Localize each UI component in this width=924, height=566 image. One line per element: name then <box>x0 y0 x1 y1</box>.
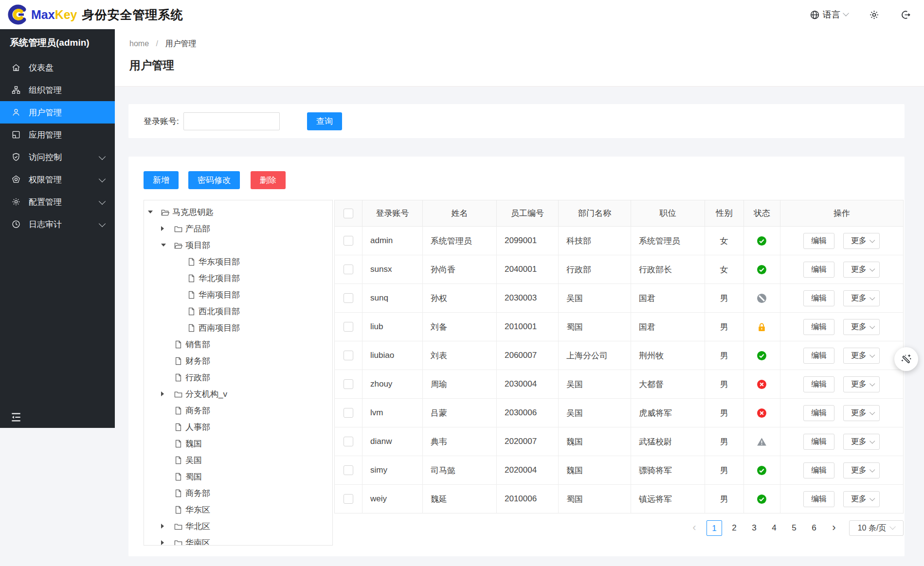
tree-node[interactable]: 财务部 <box>144 353 332 369</box>
row-checkbox[interactable] <box>344 379 353 389</box>
row-checkbox[interactable] <box>344 265 353 274</box>
page-button-1[interactable]: 1 <box>707 520 722 536</box>
row-checkbox[interactable] <box>344 494 353 504</box>
tree-node[interactable]: 蜀国 <box>144 468 332 485</box>
tree-node[interactable]: 华南项目部 <box>144 286 332 303</box>
sidebar-item-label: 用户管理 <box>29 107 62 118</box>
row-checkbox[interactable] <box>344 465 353 475</box>
edit-button[interactable]: 编辑 <box>803 319 834 335</box>
edit-button[interactable]: 编辑 <box>803 290 834 306</box>
cell-gender: 女 <box>705 227 744 255</box>
theme-wand-fab[interactable] <box>894 347 918 371</box>
caret-right-icon <box>161 540 164 545</box>
page-button-3[interactable]: 3 <box>746 520 762 536</box>
sidebar-item-audit[interactable]: 日志审计 <box>0 213 115 235</box>
language-menu[interactable]: 语言 <box>809 9 848 20</box>
permission-icon <box>11 175 21 184</box>
cell-login: sunq <box>362 284 423 313</box>
cell-position: 系统管理员 <box>631 227 705 255</box>
tree-node[interactable]: 西北项目部 <box>144 303 332 319</box>
more-button[interactable]: 更多 <box>843 348 880 364</box>
tree-node[interactable]: 吴国 <box>144 452 332 468</box>
previous-page-button[interactable]: ‹ <box>687 520 702 536</box>
page-button-5[interactable]: 5 <box>786 520 802 536</box>
maxkey-logo-icon <box>7 4 28 25</box>
tree-node[interactable]: 华北区 <box>144 518 332 534</box>
row-checkbox[interactable] <box>344 351 353 360</box>
tree-node[interactable]: 西南项目部 <box>144 319 332 336</box>
tree-node-label: 销售部 <box>185 339 210 350</box>
cell-position: 大都督 <box>631 370 705 399</box>
edit-button[interactable]: 编辑 <box>803 376 834 392</box>
settings-button[interactable] <box>869 9 880 20</box>
page-size-select[interactable]: 10 条/页 <box>849 520 904 536</box>
tree-node[interactable]: 魏国 <box>144 435 332 452</box>
file-icon <box>174 489 183 498</box>
breadcrumb-home-link[interactable]: home <box>129 39 149 48</box>
more-button[interactable]: 更多 <box>843 262 880 278</box>
cell-department: 蜀国 <box>559 313 631 341</box>
sidebar-item-org[interactable]: 组织管理 <box>0 79 115 101</box>
tree-node[interactable]: 项目部 <box>144 237 332 253</box>
tree-node[interactable]: 销售部 <box>144 336 332 353</box>
tree-node[interactable]: 华南区 <box>144 534 332 546</box>
edit-button[interactable]: 编辑 <box>803 233 834 249</box>
more-button[interactable]: 更多 <box>843 491 880 507</box>
page-button-6[interactable]: 6 <box>806 520 822 536</box>
sidebar-item-dashboard[interactable]: 仪表盘 <box>0 56 115 79</box>
edit-button[interactable]: 编辑 <box>803 462 834 478</box>
row-checkbox[interactable] <box>344 236 353 246</box>
more-button[interactable]: 更多 <box>843 434 880 450</box>
file-icon <box>174 456 183 465</box>
tree-node[interactable]: 商务部 <box>144 402 332 419</box>
page-button-4[interactable]: 4 <box>766 520 782 536</box>
chevron-down-icon <box>870 323 875 329</box>
tree-node[interactable]: 商务部 <box>144 485 332 501</box>
page-numbers: 123456 <box>702 520 822 536</box>
login-account-input[interactable] <box>183 112 280 130</box>
more-button[interactable]: 更多 <box>843 319 880 335</box>
tree-node-label: 商务部 <box>185 488 210 499</box>
tree-node[interactable]: 行政部 <box>144 369 332 386</box>
logout-button[interactable] <box>900 9 911 20</box>
tree-node-label: 华东项目部 <box>199 256 240 267</box>
edit-button[interactable]: 编辑 <box>803 262 834 278</box>
more-button[interactable]: 更多 <box>843 405 880 421</box>
select-all-checkbox[interactable] <box>344 209 353 218</box>
row-checkbox[interactable] <box>344 293 353 303</box>
more-button[interactable]: 更多 <box>843 376 880 392</box>
content-row: 马克思钥匙 产品部 项目部 华东项目部 华北项目部 华南项目部 西北项目部 西南… <box>144 200 904 546</box>
change-password-button[interactable]: 密码修改 <box>188 171 240 189</box>
row-checkbox[interactable] <box>344 322 353 332</box>
more-button[interactable]: 更多 <box>843 462 880 478</box>
sidebar-item-access[interactable]: 访问控制 <box>0 146 115 168</box>
page-button-2[interactable]: 2 <box>726 520 742 536</box>
delete-button[interactable]: 删除 <box>251 171 286 189</box>
query-button[interactable]: 查询 <box>307 112 342 130</box>
collapse-sidebar-button[interactable] <box>10 411 22 424</box>
tree-node[interactable]: 人事部 <box>144 419 332 435</box>
tree-node[interactable]: 产品部 <box>144 220 332 237</box>
more-button[interactable]: 更多 <box>843 290 880 306</box>
edit-button[interactable]: 编辑 <box>803 434 834 450</box>
tree-node[interactable]: 分支机构_v <box>144 386 332 402</box>
gear-icon <box>869 9 880 20</box>
edit-button[interactable]: 编辑 <box>803 405 834 421</box>
row-checkbox[interactable] <box>344 408 353 418</box>
edit-button[interactable]: 编辑 <box>803 491 834 507</box>
tree-node[interactable]: 华北项目部 <box>144 270 332 286</box>
sidebar-item-config[interactable]: 配置管理 <box>0 191 115 213</box>
row-checkbox[interactable] <box>344 437 353 446</box>
caret-down-icon <box>148 211 153 213</box>
sidebar-item-app[interactable]: 应用管理 <box>0 124 115 146</box>
sidebar-item-user[interactable]: 用户管理 <box>0 101 115 124</box>
tree-node[interactable]: 华东区 <box>144 501 332 518</box>
tree-node[interactable]: 马克思钥匙 <box>144 204 332 220</box>
add-button[interactable]: 新增 <box>144 171 179 189</box>
folder-closed-icon <box>174 538 183 546</box>
next-page-button[interactable]: › <box>826 520 842 536</box>
edit-button[interactable]: 编辑 <box>803 348 834 364</box>
more-button[interactable]: 更多 <box>843 233 880 249</box>
tree-node[interactable]: 华东项目部 <box>144 253 332 270</box>
sidebar-item-permission[interactable]: 权限管理 <box>0 168 115 191</box>
